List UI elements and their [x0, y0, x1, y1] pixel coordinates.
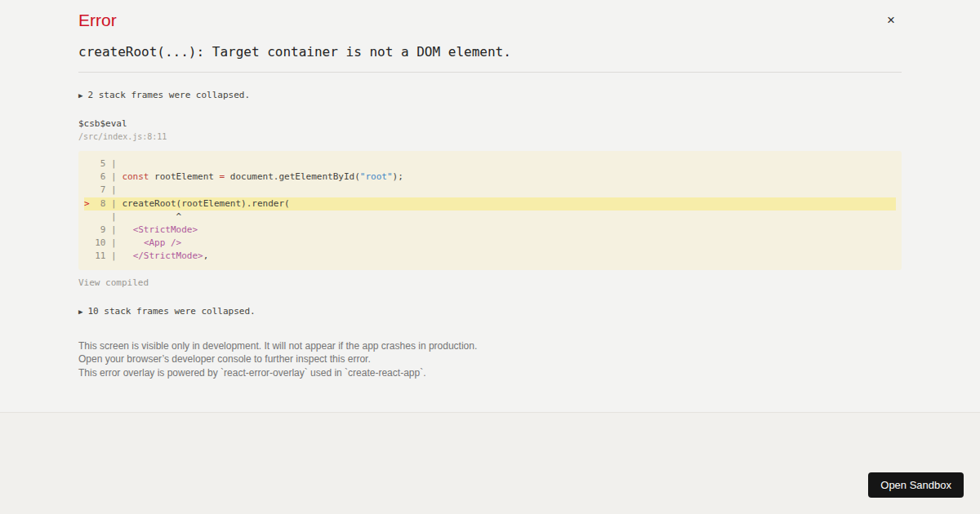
- frame-file-location[interactable]: /src/index.js:8:11: [78, 132, 902, 141]
- line-number: 5 |: [90, 158, 122, 169]
- frame-function-name: $csb$eval: [78, 118, 902, 129]
- line-number: |: [90, 211, 122, 222]
- error-message: createRoot(...): Target container is not…: [78, 44, 902, 60]
- code-line: 7 |: [84, 184, 896, 197]
- error-line-marker: >: [84, 198, 90, 209]
- error-line-marker: [84, 171, 90, 182]
- line-number: 9 |: [90, 224, 122, 235]
- error-line-marker: [84, 158, 90, 169]
- footer-note: This error overlay is powered by `react-…: [78, 369, 902, 379]
- divider: [78, 72, 902, 73]
- code-token: [122, 250, 132, 261]
- code-frame: 5 | 6 | const rootElement = document.get…: [78, 151, 902, 270]
- error-line-marker: [84, 250, 90, 261]
- code-token: rootElement: [149, 171, 220, 182]
- view-compiled-link[interactable]: View compiled: [78, 277, 149, 288]
- error-line-marker: [84, 224, 90, 235]
- code-token: createRoot(rootElement).render(: [122, 198, 289, 209]
- code-token: document.getElementById(: [225, 171, 360, 182]
- code-token: ,: [203, 250, 209, 261]
- line-number: 10 |: [90, 237, 122, 248]
- code-line: 5 |: [84, 157, 896, 171]
- caret-right-icon: ▶: [78, 91, 82, 100]
- stack-collapse-label: 10 stack frames were collapsed.: [87, 306, 255, 317]
- stack-collapse-toggle-top[interactable]: ▶2 stack frames were collapsed.: [78, 90, 902, 100]
- close-icon: ×: [887, 12, 895, 28]
- overlay-header: Error ×: [78, 11, 902, 30]
- line-number: 8 |: [90, 198, 122, 209]
- error-line-marker: [84, 237, 90, 248]
- line-number: 6 |: [90, 171, 122, 182]
- code-token: <StrictMode>: [133, 224, 198, 235]
- error-line-marker: [84, 184, 90, 195]
- code-line: 6 | const rootElement = document.getElem…: [84, 171, 896, 184]
- line-number: 11 |: [90, 250, 122, 261]
- code-line: | ^: [84, 210, 896, 224]
- code-token: );: [393, 171, 403, 182]
- code-token: const: [122, 171, 149, 182]
- preview-footer: Open Sandbox: [0, 413, 980, 513]
- code-line: 9 | <StrictMode>: [84, 224, 896, 237]
- open-sandbox-button[interactable]: Open Sandbox: [868, 472, 964, 498]
- code-line: > 8 | createRoot(rootElement).render(: [84, 197, 896, 210]
- error-line-marker: [84, 211, 90, 222]
- overlay-footer-notes: This screen is visible only in developme…: [78, 342, 902, 379]
- footer-note: This screen is visible only in developme…: [78, 342, 902, 352]
- code-token: [122, 237, 144, 248]
- error-overlay: Error × createRoot(...): Target containe…: [0, 0, 980, 413]
- code-token: <App />: [144, 237, 181, 248]
- caret-right-icon: ▶: [78, 308, 82, 316]
- error-title: Error: [78, 11, 117, 30]
- close-button[interactable]: ×: [887, 13, 895, 27]
- code-token: "root": [360, 171, 393, 182]
- code-line: 11 | </StrictMode>,: [84, 250, 896, 263]
- code-token: [122, 224, 132, 235]
- code-line: 10 | <App />: [84, 237, 896, 250]
- footer-note: Open your browser’s developer console to…: [78, 355, 902, 365]
- stack-collapse-label: 2 stack frames were collapsed.: [87, 90, 250, 100]
- code-token: ^: [122, 211, 181, 222]
- code-token: </StrictMode>: [133, 250, 203, 261]
- stack-collapse-toggle-bottom[interactable]: ▶10 stack frames were collapsed.: [78, 306, 902, 317]
- line-number: 7 |: [90, 184, 122, 195]
